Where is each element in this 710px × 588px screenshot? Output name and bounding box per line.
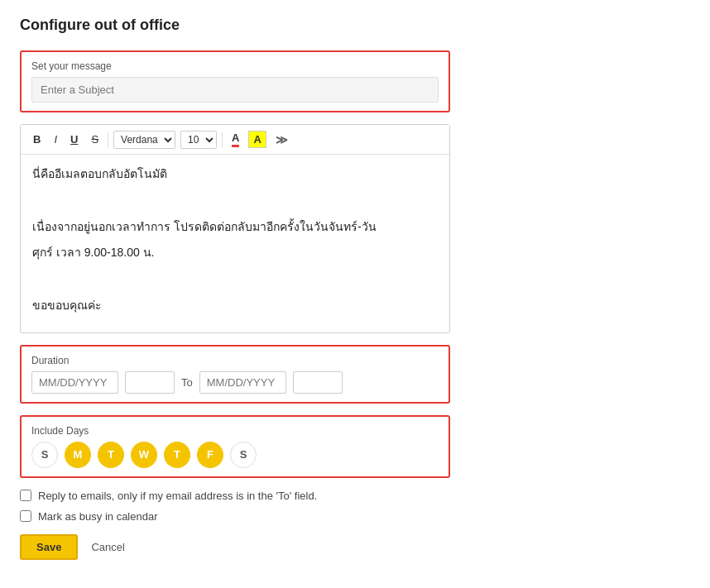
reply-to-checkbox-row: Reply to emails, only if my email addres… xyxy=(20,490,690,502)
toolbar-divider-1 xyxy=(108,132,108,147)
reply-to-checkbox[interactable] xyxy=(20,490,31,501)
mark-busy-checkbox[interactable] xyxy=(20,510,31,522)
duration-section-box: Duration 00 : 00 To 23 : 59 xyxy=(20,345,450,404)
duration-row: 00 : 00 To 23 : 59 xyxy=(31,371,439,394)
editor-line-1: นี่คืออีเมลตอบกลับอัตโนมัติ xyxy=(32,165,438,184)
day-tuesday[interactable]: T xyxy=(98,442,124,468)
mark-busy-checkbox-row: Mark as busy in calendar xyxy=(20,510,690,523)
day-sunday[interactable]: S xyxy=(31,442,58,468)
editor-toolbar: B I U S Verdana 10 A A ≫ xyxy=(21,125,449,155)
message-section-box: Set your message xyxy=(20,50,450,112)
start-date-input[interactable] xyxy=(31,371,118,394)
editor-line-5 xyxy=(32,270,438,289)
editor-line-3: เนื่องจากอยู่นอกเวลาทำการ โปรดติดต่อกลับ… xyxy=(32,218,438,237)
start-time-input[interactable]: 00 : 00 xyxy=(125,371,175,394)
editor-container: B I U S Verdana 10 A A ≫ นี่คืออีเมลตอบก… xyxy=(20,124,450,333)
editor-body[interactable]: นี่คืออีเมลตอบกลับอัตโนมัติ เนื่องจากอยู… xyxy=(21,155,449,332)
day-friday[interactable]: F xyxy=(197,442,223,468)
toolbar-divider-2 xyxy=(222,132,223,147)
font-color-button[interactable]: A xyxy=(228,130,243,149)
mark-busy-label: Mark as busy in calendar xyxy=(38,510,158,523)
bottom-buttons: Save Cancel xyxy=(20,534,690,560)
highlight-color-button[interactable]: A xyxy=(248,131,266,148)
message-section-label: Set your message xyxy=(31,60,439,72)
day-saturday[interactable]: S xyxy=(230,442,257,468)
font-family-select[interactable]: Verdana xyxy=(113,131,175,149)
end-time-input[interactable]: 23 : 59 xyxy=(293,371,343,394)
page-title: Configure out of office xyxy=(20,17,690,34)
reply-to-label: Reply to emails, only if my email addres… xyxy=(38,490,317,502)
strikethrough-button[interactable]: S xyxy=(87,131,103,147)
subject-input[interactable] xyxy=(31,77,439,103)
include-days-label: Include Days xyxy=(31,425,439,437)
editor-line-2 xyxy=(32,191,438,211)
days-row: S M T W T F S xyxy=(31,442,439,468)
underline-button[interactable]: U xyxy=(66,131,82,147)
editor-line-4: ศุกร์ เวลา 9.00-18.00 น. xyxy=(32,243,438,263)
editor-line-6: ขอขอบคุณค่ะ xyxy=(32,296,438,316)
day-thursday[interactable]: T xyxy=(164,442,190,468)
bold-button[interactable]: B xyxy=(29,131,45,147)
duration-section-label: Duration xyxy=(31,355,439,366)
save-button[interactable]: Save xyxy=(20,534,78,560)
end-date-input[interactable] xyxy=(199,371,286,394)
more-options-button[interactable]: ≫ xyxy=(271,131,292,148)
font-size-select[interactable]: 10 xyxy=(180,131,217,149)
italic-button[interactable]: I xyxy=(50,131,61,147)
day-wednesday[interactable]: W xyxy=(131,442,157,468)
include-days-section-box: Include Days S M T W T F S xyxy=(20,415,450,478)
to-label: To xyxy=(181,376,193,389)
day-monday[interactable]: M xyxy=(65,442,91,468)
cancel-button[interactable]: Cancel xyxy=(88,536,127,558)
